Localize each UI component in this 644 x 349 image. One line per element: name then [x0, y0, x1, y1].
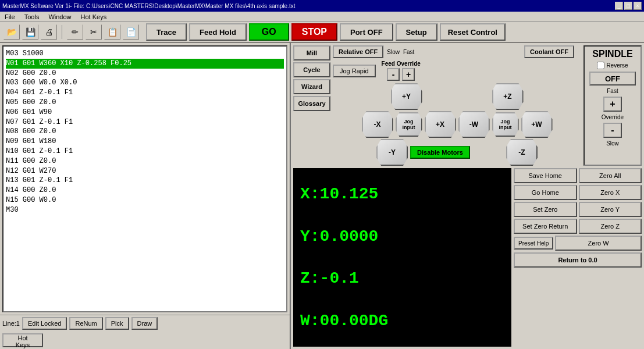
- code-panel: M03 S1000 N01 G01 W360 X10 Z-0.258 F0.25…: [0, 43, 291, 349]
- code-line-13: N13 G01 Z-0.1 F1: [6, 176, 284, 186]
- spindle-off-button[interactable]: OFF: [589, 72, 636, 86]
- spindle-title: SPINDLE: [592, 49, 632, 59]
- spindle-reverse-label: Reverse: [606, 62, 628, 69]
- jog-input-1-button[interactable]: Jog Input: [396, 112, 422, 137]
- menu-file[interactable]: File: [2, 13, 17, 20]
- minus-y-button[interactable]: -Y: [376, 139, 408, 166]
- feed-hold-button[interactable]: Feed Hold: [189, 23, 247, 41]
- print-icon[interactable]: 🖨: [41, 24, 57, 40]
- plus-z-button[interactable]: +Z: [492, 83, 524, 110]
- zero-z-button-2[interactable]: Zero Z: [579, 219, 642, 234]
- code-line-16: M30: [6, 205, 284, 215]
- code-line-1: N01 G01 W360 X10 Z-0.258 F0.25: [6, 59, 284, 69]
- coolant-off-button[interactable]: Coolant OFF: [524, 45, 574, 58]
- zero-x-button[interactable]: Zero X: [579, 185, 642, 200]
- plus-x-button[interactable]: +X: [425, 111, 456, 138]
- go-home-button[interactable]: Go Home: [514, 185, 577, 200]
- minimize-button[interactable]: _: [615, 2, 623, 10]
- dro-x: X:10.125: [300, 185, 504, 203]
- zero-all-button[interactable]: Zero All: [579, 168, 642, 183]
- edit-icon[interactable]: ✏: [67, 24, 83, 40]
- fast-label-top: Fast: [403, 49, 521, 55]
- spindle-reverse-checkbox[interactable]: [597, 62, 604, 69]
- edit-locked-button[interactable]: Edit Locked: [22, 317, 67, 330]
- plus-w-button[interactable]: +W: [521, 111, 553, 138]
- feed-override-label: Feed Override: [382, 60, 421, 67]
- relative-off-button[interactable]: Relative OFF: [333, 45, 383, 58]
- code-line-12: N12 G01 W270: [6, 166, 284, 176]
- code-line-5: N05 G00 Z0.0: [6, 98, 284, 108]
- code-line-7: N07 G01 Z-0.1 F1: [6, 117, 284, 127]
- preset-help-button[interactable]: Preset Help: [514, 237, 553, 250]
- code-line-6: N06 G01 W90: [6, 108, 284, 117]
- disable-motors-button[interactable]: Disable Motors: [410, 146, 470, 159]
- go-button[interactable]: GO: [249, 23, 289, 41]
- code-line-2: N02 G00 Z0.0: [6, 69, 284, 79]
- wizard-button[interactable]: Wizard: [293, 79, 330, 94]
- toolbar: 📂 💾 🖨 ✏ ✂ 📋 📄 Trace Feed Hold GO STOP Po…: [0, 22, 644, 43]
- glossary-button[interactable]: Glossary: [293, 96, 330, 111]
- paste-icon[interactable]: 📄: [123, 24, 139, 40]
- cut-icon[interactable]: ✂: [86, 24, 102, 40]
- spindle-override-label: Override: [602, 114, 624, 120]
- save-icon[interactable]: 💾: [22, 24, 38, 40]
- code-line-0: M03 S1000: [6, 49, 284, 59]
- code-line-8: N08 G00 Z0.0: [6, 127, 284, 137]
- cycle-button[interactable]: Cycle: [293, 62, 330, 77]
- line-number: Line:1: [2, 320, 20, 327]
- spindle-slow-label: Slow: [606, 140, 619, 147]
- minus-z-button[interactable]: -Z: [506, 139, 538, 166]
- zero-w-button[interactable]: Zero W: [555, 236, 642, 251]
- setup-button[interactable]: Setup: [396, 23, 437, 41]
- zero-y-button[interactable]: Zero Y: [579, 202, 642, 217]
- code-line-9: N09 G01 W180: [6, 137, 284, 147]
- copy-icon[interactable]: 📋: [104, 24, 120, 40]
- code-line-3: N03 G00 W0.0 X0.0: [6, 78, 284, 88]
- spindle-reverse-row: Reverse: [597, 62, 628, 69]
- menu-tools[interactable]: Tools: [22, 13, 42, 20]
- set-zero-button[interactable]: Set Zero: [514, 202, 577, 217]
- top-buttons: Trace Feed Hold GO STOP Port OFF Setup R…: [146, 23, 641, 41]
- menu-window[interactable]: Window: [46, 13, 73, 20]
- pick-button[interactable]: Pick: [105, 317, 129, 330]
- close-button[interactable]: ×: [634, 2, 642, 10]
- trace-button[interactable]: Trace: [146, 23, 187, 41]
- open-icon[interactable]: 📂: [3, 24, 20, 40]
- dro-section: X:10.125 Y:0.0000 Z:-0.1 W:00.00DG Save …: [293, 168, 642, 347]
- set-zero-return-button[interactable]: Set Zero Return: [514, 219, 577, 234]
- control-section: Mill Cycle Wizard Glossary Relative OFF …: [293, 45, 642, 166]
- jog-area: Relative OFF Slow Fast Coolant OFF Jog R…: [333, 45, 581, 166]
- hot-keys-button[interactable]: Hot Keys: [2, 333, 43, 347]
- plus-y-button[interactable]: +Y: [391, 83, 422, 110]
- mill-buttons: Mill Cycle Wizard Glossary: [293, 45, 330, 166]
- menu-bar: File Tools Window Hot Keys: [0, 12, 644, 22]
- right-panel: Mill Cycle Wizard Glossary Relative OFF …: [291, 43, 644, 349]
- stop-button[interactable]: STOP: [291, 23, 337, 41]
- dro-y: Y:0.0000: [300, 227, 504, 245]
- save-home-button[interactable]: Save Home: [514, 168, 577, 183]
- spindle-minus-button[interactable]: -: [603, 123, 622, 138]
- reset-control-button[interactable]: Reset Control: [440, 23, 506, 41]
- draw-button[interactable]: Draw: [131, 317, 158, 330]
- spindle-fast-label: Fast: [607, 88, 618, 94]
- dro-w: W:00.00DG: [300, 312, 504, 330]
- feed-minus-button[interactable]: -: [387, 68, 400, 81]
- jog-rapid-button[interactable]: Jog Rapid: [333, 65, 376, 77]
- feed-plus-button[interactable]: +: [402, 68, 415, 81]
- code-line-11: N11 G00 Z0.0: [6, 156, 284, 166]
- dro-z: Z:-0.1: [300, 269, 504, 287]
- renum-button[interactable]: ReNum: [69, 317, 102, 330]
- code-line-15: N15 G00 W0.0: [6, 195, 284, 205]
- minus-w-button[interactable]: -W: [458, 111, 490, 138]
- jog-input-2-button[interactable]: Jog Input: [492, 112, 519, 137]
- main-content: M03 S1000 N01 G01 W360 X10 Z-0.258 F0.25…: [0, 43, 644, 349]
- maximize-button[interactable]: □: [624, 2, 632, 10]
- spindle-panel: SPINDLE Reverse OFF Fast + Override - Sl…: [583, 45, 642, 166]
- menu-hotkeys[interactable]: Hot Keys: [79, 13, 109, 20]
- code-editor[interactable]: M03 S1000 N01 G01 W360 X10 Z-0.258 F0.25…: [2, 45, 287, 312]
- return-to-zero-button[interactable]: Return to 0.0: [514, 252, 642, 268]
- spindle-plus-button[interactable]: +: [603, 97, 622, 112]
- mill-button[interactable]: Mill: [293, 45, 330, 60]
- minus-x-button[interactable]: -X: [362, 111, 393, 138]
- port-off-button[interactable]: Port OFF: [340, 23, 393, 41]
